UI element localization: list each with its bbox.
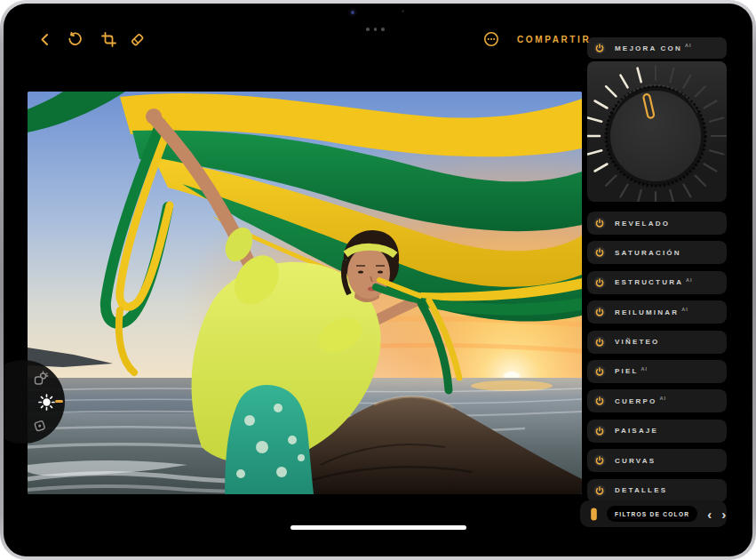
- enhance-dial-panel[interactable]: [587, 61, 727, 202]
- adjustment-label: DETALLES: [615, 486, 667, 494]
- back-icon[interactable]: [37, 32, 52, 47]
- adjustment-row[interactable]: PIELAI: [587, 360, 727, 383]
- adjustment-row[interactable]: VIÑETEO: [587, 331, 727, 354]
- adjustment-row[interactable]: CURVAS: [587, 449, 727, 472]
- adjustment-label: REILUMINAR: [615, 308, 679, 316]
- adjustment-label: VIÑETEO: [615, 338, 660, 346]
- brightness-icon[interactable]: [38, 394, 55, 414]
- power-toggle-icon[interactable]: [593, 484, 606, 497]
- adjustment-label: PAISAJE: [615, 427, 658, 435]
- home-indicator[interactable]: [290, 525, 466, 530]
- power-toggle-icon[interactable]: [593, 395, 606, 407]
- share-button[interactable]: COMPARTIR: [517, 35, 591, 44]
- power-toggle-icon[interactable]: [593, 365, 606, 378]
- adjustment-row[interactable]: SATURACIÓN: [587, 241, 727, 264]
- filter-bar: FILTROS DE COLOR ‹ ›: [580, 500, 727, 527]
- power-toggle-icon[interactable]: [593, 276, 606, 289]
- power-toggle-icon[interactable]: [593, 306, 606, 318]
- front-camera: [348, 8, 357, 17]
- undo-icon[interactable]: [67, 32, 82, 47]
- ipad-screen: COMPARTIR: [4, 4, 752, 556]
- adjustment-row[interactable]: REILUMINARAI: [587, 300, 727, 324]
- radial-selection-tick: [55, 400, 63, 403]
- adjustment-label: ESTRUCTURA: [615, 278, 683, 286]
- enhance-header[interactable]: MEJORA CONAI: [587, 37, 727, 59]
- color-swatch-icon[interactable]: [33, 418, 49, 437]
- adjustment-label: CUERPO: [615, 397, 657, 405]
- adjustment-list: REVELADO SATURACIÓN ESTRUCTURAAI: [587, 212, 727, 502]
- filter-intensity-icon[interactable]: [589, 507, 599, 522]
- power-toggle-icon[interactable]: [593, 246, 606, 259]
- adjustment-label: REVELADO: [615, 220, 670, 228]
- adjustment-ai-sup: AI: [686, 277, 693, 283]
- adjustment-row[interactable]: REVELADO: [587, 212, 727, 235]
- enhance-label: MEJORA CON: [615, 44, 682, 52]
- filter-prev-icon[interactable]: ‹: [707, 508, 712, 521]
- adjustment-label: SATURACIÓN: [615, 249, 681, 257]
- more-options-icon[interactable]: [483, 31, 499, 47]
- adjustment-ai-sup: AI: [659, 396, 666, 401]
- enhance-power-icon[interactable]: [593, 42, 606, 54]
- crop-icon[interactable]: [101, 32, 116, 47]
- color-filters-button[interactable]: FILTROS DE COLOR: [607, 506, 697, 522]
- adjustment-label: PIEL: [615, 367, 639, 375]
- adjustment-row[interactable]: DETALLES: [587, 479, 727, 502]
- adjustment-ai-sup: AI: [681, 307, 688, 312]
- adjustment-row[interactable]: CUERPOAI: [587, 389, 727, 412]
- power-toggle-icon[interactable]: [593, 217, 606, 229]
- filter-next-icon[interactable]: ›: [721, 508, 726, 521]
- adjustment-row[interactable]: ESTRUCTURAAI: [587, 271, 727, 294]
- ipad-frame: COMPARTIR: [0, 0, 756, 560]
- power-toggle-icon[interactable]: [593, 336, 606, 348]
- enhance-ai-sup: AI: [685, 43, 692, 48]
- adjustment-label: CURVAS: [615, 457, 656, 465]
- adjustment-row[interactable]: PAISAJE: [587, 420, 727, 443]
- selective-light-icon[interactable]: [33, 371, 49, 390]
- mic-dot: [402, 10, 404, 12]
- photo-canvas[interactable]: [28, 92, 582, 494]
- power-toggle-icon[interactable]: [593, 425, 606, 437]
- power-toggle-icon[interactable]: [593, 454, 606, 467]
- adjustment-ai-sup: AI: [641, 366, 649, 372]
- multitasking-dots-icon[interactable]: [366, 28, 385, 31]
- eraser-icon[interactable]: [130, 32, 145, 47]
